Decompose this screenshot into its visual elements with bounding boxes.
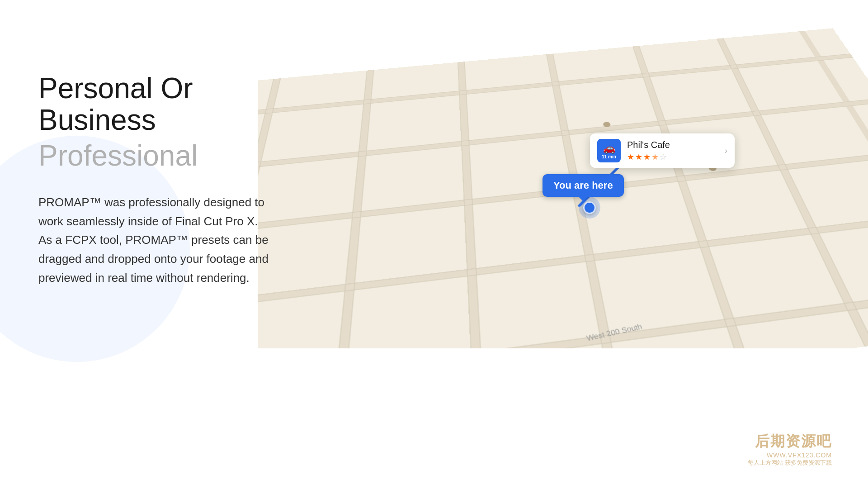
car-icon: 🚗 <box>603 143 615 154</box>
cafe-info: Phil's Cafe ★ ★ ★ ★ ☆ <box>627 140 718 162</box>
title-main: Personal Or Business <box>38 72 301 136</box>
cafe-arrow-icon: › <box>725 146 727 156</box>
cafe-popup: 🚗 11 min Phil's Cafe ★ ★ ★ ★ ☆ › <box>590 133 735 168</box>
star-3: ★ <box>643 152 651 162</box>
watermark-url: WWW.VFX123.COM <box>748 452 832 459</box>
description-text: PROMAP™ was professionally designed to w… <box>38 193 274 287</box>
watermark-tagline: 每人上方网站 获多免费资源下载 <box>748 459 832 467</box>
cafe-icon-box: 🚗 11 min <box>597 139 621 162</box>
star-rating: ★ ★ ★ ★ ☆ <box>627 152 718 162</box>
cafe-name: Phil's Cafe <box>627 140 718 150</box>
watermark: 后期资源吧 WWW.VFX123.COM 每人上方网站 获多免费资源下载 <box>748 432 832 467</box>
location-dot <box>583 201 596 214</box>
star-4: ★ <box>651 152 659 162</box>
star-1: ★ <box>627 152 634 162</box>
you-are-here-bubble: You are here <box>542 174 624 197</box>
star-5: ☆ <box>660 152 667 162</box>
left-panel: Personal Or Business Professional PROMAP… <box>38 72 301 287</box>
watermark-brand: 后期资源吧 <box>748 432 832 452</box>
star-2: ★ <box>635 152 642 162</box>
cafe-time: 11 min <box>602 154 616 159</box>
title-sub: Professional <box>38 140 301 171</box>
map-container: West 200 South You are here 🚗 11 min Phi… <box>258 23 868 348</box>
